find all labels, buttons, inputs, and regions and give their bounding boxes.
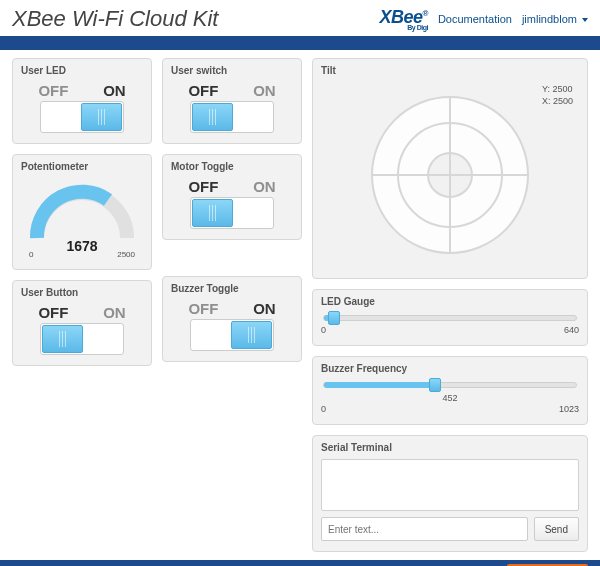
chevron-down-icon [582, 18, 588, 22]
user-button-toggle[interactable] [40, 323, 124, 355]
potentiometer-gauge: 1678 [22, 178, 142, 254]
send-button[interactable]: Send [534, 517, 579, 541]
xbee-logo: XBee® By Digi [379, 7, 427, 31]
card-led-gauge: LED Gauge 0 640 [312, 289, 588, 346]
gauge-value: 1678 [22, 238, 142, 254]
slider-max: 640 [564, 325, 579, 335]
serial-input[interactable] [321, 517, 528, 541]
on-label: ON [253, 178, 276, 195]
slider-thumb[interactable] [429, 378, 441, 392]
motor-toggle[interactable] [190, 197, 274, 229]
documentation-link[interactable]: Documentation [438, 13, 512, 25]
card-buzzer-frequency: Buzzer Frequency 452 0 1023 [312, 356, 588, 425]
on-label: ON [253, 82, 276, 99]
footer-bar: Add Widget [0, 560, 600, 566]
card-title: Buzzer Toggle [171, 283, 293, 294]
card-potentiometer: Potentiometer 1678 0 2500 [12, 154, 152, 270]
card-title: Motor Toggle [171, 161, 293, 172]
dashboard: User LED OFF ON Potentiometer 1678 0 [0, 58, 600, 552]
tilt-readout: Y: 2500 X: 2500 [542, 84, 573, 107]
card-serial-terminal: Serial Terminal Send [312, 435, 588, 552]
card-buzzer-toggle: Buzzer Toggle OFF ON [162, 276, 302, 362]
on-label: ON [103, 304, 126, 321]
card-user-button: User Button OFF ON [12, 280, 152, 366]
slider-max: 1023 [559, 404, 579, 414]
card-title: Buzzer Frequency [321, 363, 579, 374]
slider-min: 0 [321, 404, 326, 414]
led-gauge-slider[interactable] [323, 315, 577, 321]
off-label: OFF [38, 304, 68, 321]
slider-value: 452 [442, 393, 457, 403]
tilt-radar-icon [365, 90, 535, 260]
card-title: User Button [21, 287, 143, 298]
page-title: XBee Wi-Fi Cloud Kit [12, 6, 218, 32]
user-led-toggle[interactable] [40, 101, 124, 133]
on-label: ON [253, 300, 276, 317]
off-label: OFF [188, 300, 218, 317]
card-user-led: User LED OFF ON [12, 58, 152, 144]
slider-min: 0 [321, 325, 326, 335]
user-menu[interactable]: jimlindblom [522, 13, 588, 25]
card-title: User LED [21, 65, 143, 76]
off-label: OFF [38, 82, 68, 99]
header: XBee Wi-Fi Cloud Kit XBee® By Digi Docum… [0, 0, 600, 36]
header-divider [0, 36, 600, 50]
on-label: ON [103, 82, 126, 99]
card-title: User switch [171, 65, 293, 76]
card-title: LED Gauge [321, 296, 579, 307]
serial-output [321, 459, 579, 511]
card-title: Serial Terminal [321, 442, 579, 453]
card-title: Tilt [321, 65, 579, 76]
off-label: OFF [188, 82, 218, 99]
buzzer-toggle[interactable] [190, 319, 274, 351]
user-switch-toggle[interactable] [190, 101, 274, 133]
off-label: OFF [188, 178, 218, 195]
card-motor-toggle: Motor Toggle OFF ON [162, 154, 302, 240]
card-tilt: Tilt Y: 2500 X: 2500 [312, 58, 588, 279]
card-user-switch: User switch OFF ON [162, 58, 302, 144]
buzzer-freq-slider[interactable]: 452 [323, 382, 577, 388]
card-title: Potentiometer [21, 161, 143, 172]
slider-thumb[interactable] [328, 311, 340, 325]
